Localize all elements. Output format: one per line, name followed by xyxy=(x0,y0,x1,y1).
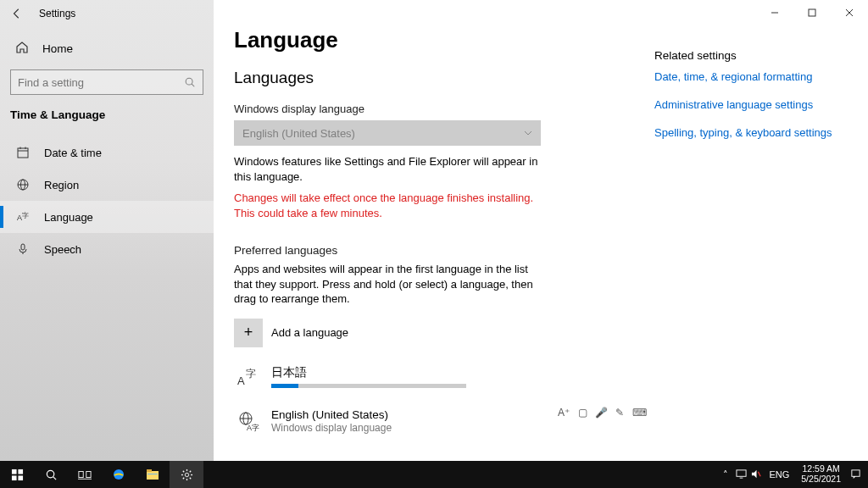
svg-rect-33 xyxy=(147,471,159,480)
section-title: Languages xyxy=(234,69,654,87)
svg-rect-11 xyxy=(21,244,25,250)
svg-rect-30 xyxy=(86,471,91,477)
svg-rect-2 xyxy=(18,148,28,158)
svg-rect-23 xyxy=(11,469,16,474)
start-button[interactable] xyxy=(0,461,34,488)
preferred-header: Preferred languages xyxy=(234,244,654,257)
window-controls xyxy=(756,0,868,25)
settings-taskbar-icon[interactable] xyxy=(170,461,203,488)
keyboard-icon: ⌨ xyxy=(632,407,644,419)
language-item-english[interactable]: A字 English (United States) Windows displ… xyxy=(234,407,654,435)
language-glyph-icon: A字 xyxy=(234,363,263,391)
related-link-admin[interactable]: Administrative language settings xyxy=(654,98,849,111)
svg-text:A字: A字 xyxy=(247,424,259,432)
svg-marker-47 xyxy=(752,469,757,477)
nav-item-region[interactable]: Region xyxy=(0,169,214,201)
language-item-japanese[interactable]: A字 日本語 xyxy=(234,363,654,391)
handwriting-icon: ✎ xyxy=(614,407,626,419)
nav-item-label: Speech xyxy=(44,243,81,256)
svg-text:字: 字 xyxy=(246,368,256,380)
network-icon[interactable] xyxy=(733,469,748,481)
svg-marker-50 xyxy=(853,476,855,479)
titlebar: Settings xyxy=(0,0,214,27)
svg-rect-35 xyxy=(147,474,158,474)
page-title: Language xyxy=(234,27,654,53)
svg-rect-29 xyxy=(79,471,83,477)
nav-home[interactable]: Home xyxy=(0,32,214,64)
nav-item-language[interactable]: A字 Language xyxy=(0,201,214,233)
svg-line-1 xyxy=(192,84,194,86)
speech-icon: 🎤 xyxy=(595,407,607,419)
related-link-regional[interactable]: Date, time, & regional formatting xyxy=(654,70,849,83)
close-button[interactable] xyxy=(831,0,868,25)
svg-rect-26 xyxy=(18,475,23,480)
minimize-button[interactable] xyxy=(756,0,793,25)
add-language-row[interactable]: + Add a language xyxy=(234,319,654,347)
display-lang-dropdown[interactable]: English (United States) xyxy=(234,120,541,146)
svg-rect-49 xyxy=(851,469,859,475)
maximize-button[interactable] xyxy=(793,0,831,25)
svg-rect-14 xyxy=(809,9,815,16)
content: Language Languages Windows display langu… xyxy=(214,0,868,461)
sidebar: Settings Home Time & Language Date & xyxy=(0,0,214,461)
add-language-label: Add a language xyxy=(271,326,348,339)
svg-line-48 xyxy=(758,471,760,476)
tray-chevron-icon[interactable]: ˄ xyxy=(718,469,733,480)
install-warning: Changes will take effect once the langua… xyxy=(234,191,539,220)
nav-list: Date & time Region A字 Language Speech xyxy=(0,136,214,265)
taskbar-clock[interactable]: 12:59 AM 5/25/2021 xyxy=(794,464,848,484)
main-column: Language Languages Windows display langu… xyxy=(214,0,654,461)
taskbar[interactable]: ˄ ENG 12:59 AM 5/25/2021 xyxy=(0,461,868,488)
language-subtitle: Windows display language xyxy=(271,422,654,434)
search-icon xyxy=(184,76,196,88)
notifications-icon[interactable] xyxy=(848,469,863,481)
globe-icon xyxy=(15,177,31,192)
search-input[interactable] xyxy=(18,76,184,89)
svg-point-27 xyxy=(47,470,53,477)
ie-icon[interactable] xyxy=(102,461,136,488)
display-lang-desc: Windows features like Settings and File … xyxy=(234,154,539,184)
preferred-desc: Apps and websites will appear in the fir… xyxy=(234,262,539,307)
taskbar-lang[interactable]: ENG xyxy=(764,469,794,480)
display-icon: ▢ xyxy=(576,407,588,419)
display-lang-value: English (United States) xyxy=(242,127,355,140)
related-title: Related settings xyxy=(654,49,849,62)
plus-icon: + xyxy=(234,319,263,347)
svg-line-28 xyxy=(53,476,55,479)
nav-item-speech[interactable]: Speech xyxy=(0,233,214,265)
install-progress xyxy=(271,384,466,388)
related-panel: Related settings Date, time, & regional … xyxy=(654,0,866,461)
svg-line-42 xyxy=(189,477,190,478)
svg-text:字: 字 xyxy=(22,212,29,219)
nav-home-label: Home xyxy=(42,42,73,55)
taskbar-search-icon[interactable] xyxy=(34,461,68,488)
taskbar-date: 5/25/2021 xyxy=(801,474,841,485)
app-title: Settings xyxy=(39,8,75,19)
svg-text:A: A xyxy=(237,374,245,387)
back-button[interactable] xyxy=(7,3,27,24)
chevron-down-icon xyxy=(524,127,532,140)
nav-item-label: Language xyxy=(44,211,93,224)
svg-point-0 xyxy=(186,78,192,85)
text-to-speech-icon: A⁺ xyxy=(558,407,570,419)
svg-line-41 xyxy=(182,470,183,471)
search-box[interactable] xyxy=(10,69,203,95)
display-lang-label: Windows display language xyxy=(234,103,654,115)
mic-icon xyxy=(15,241,31,257)
home-icon xyxy=(15,41,31,56)
svg-rect-25 xyxy=(11,475,16,480)
language-name: 日本語 xyxy=(271,365,654,380)
svg-point-36 xyxy=(185,473,188,476)
nav-item-label: Region xyxy=(44,179,79,191)
calendar-icon xyxy=(15,145,31,160)
svg-rect-45 xyxy=(737,469,746,475)
explorer-icon[interactable] xyxy=(136,461,170,488)
category-title: Time & Language xyxy=(0,97,214,130)
task-view-icon[interactable] xyxy=(68,461,102,488)
language-feature-icons: A⁺ ▢ 🎤 ✎ ⌨ xyxy=(558,407,644,419)
language-icon: A字 xyxy=(15,209,31,225)
volume-icon[interactable] xyxy=(748,469,764,481)
svg-line-44 xyxy=(189,470,190,471)
nav-item-date-time[interactable]: Date & time xyxy=(0,136,214,169)
related-link-spelling[interactable]: Spelling, typing, & keyboard settings xyxy=(654,126,849,139)
